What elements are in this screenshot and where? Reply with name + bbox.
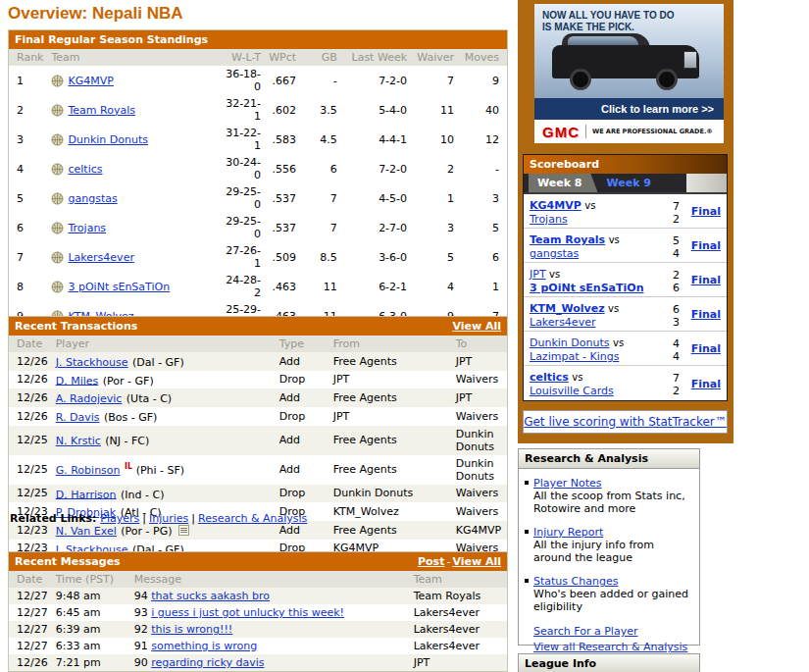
related-link-injuries[interactable]: Injuries xyxy=(149,512,188,525)
col-moves: Moves xyxy=(458,49,507,66)
matchup-score2: 6 xyxy=(666,282,680,294)
transaction-to[interactable]: Waivers xyxy=(456,373,499,386)
standings-row: 5 gangstas 29-25-0 .537 7 4-5-0 xyxy=(9,183,507,213)
team-link[interactable]: celtics xyxy=(68,163,102,176)
moves-cell: 12 xyxy=(458,125,507,154)
transaction-type: Drop xyxy=(276,407,329,426)
matchup-final-link[interactable]: Final xyxy=(691,274,721,286)
message-title-link[interactable]: i guess i just got unlucky this week! xyxy=(151,606,344,619)
stattracker-link[interactable]: Get live scoring with StatTracker™ xyxy=(524,415,727,429)
matchup-team1-link[interactable]: celtics xyxy=(530,371,569,384)
view-all-research-link[interactable]: View all Research & Analysis xyxy=(533,641,687,653)
team-link[interactable]: Lakers4ever xyxy=(68,251,133,264)
wpct-cell: .509 xyxy=(265,242,300,272)
gb-cell: 7 xyxy=(300,183,341,213)
col-type: Type xyxy=(276,336,329,352)
player-link[interactable]: A. Radojevic xyxy=(56,392,123,405)
transaction-from[interactable]: Free Agents xyxy=(333,391,397,404)
tab-week-8[interactable]: Week 8 xyxy=(529,174,597,192)
transaction-from[interactable]: Free Agents xyxy=(333,434,397,446)
transaction-to[interactable]: Dunkin Donuts xyxy=(456,457,494,483)
player-link[interactable]: R. Davis xyxy=(56,411,100,424)
transaction-to[interactable]: Waivers xyxy=(456,410,499,423)
player-link[interactable]: N. Krstic xyxy=(56,435,101,447)
ad-headline: NOW ALL YOU HAVE TO DO IS MAKE THE PICK. xyxy=(542,10,674,33)
player-link[interactable]: G. Robinson xyxy=(56,464,121,477)
team-link[interactable]: Dunkin Donuts xyxy=(68,133,148,146)
matchup-team2-link[interactable]: Louisville Cards xyxy=(530,385,614,397)
ad-cta-button[interactable]: Click to learn more >> xyxy=(534,98,724,120)
last-week-cell: 6-2-1 xyxy=(341,272,411,301)
matchup-team1-link[interactable]: Team Royals xyxy=(530,233,605,246)
player-link[interactable]: N. Van Exel xyxy=(56,525,117,538)
bullet-icon xyxy=(525,481,529,485)
team-link[interactable]: gangstas xyxy=(68,192,117,205)
search-for-player-link[interactable]: Search For a Player xyxy=(533,625,637,638)
transaction-from[interactable]: Free Agents xyxy=(333,355,397,368)
transaction-to[interactable]: Waivers xyxy=(456,487,499,499)
player-note-icon[interactable] xyxy=(178,525,189,536)
matchup-team2-link[interactable]: 3 pOiNt sEnSaTiOn xyxy=(530,282,643,294)
matchup-team2-link[interactable]: Lazimpat - Kings xyxy=(530,350,619,363)
player-detail: (Ind - C) xyxy=(121,488,164,500)
matchup-final-link[interactable]: Final xyxy=(691,308,721,321)
rank-cell: 6 xyxy=(9,213,47,242)
matchup-team1-link[interactable]: KTM_Wolvez xyxy=(530,302,605,315)
player-link[interactable]: J. Stackhouse xyxy=(56,356,128,369)
matchup-final-link[interactable]: Final xyxy=(691,205,721,218)
matchup-team2-link[interactable]: Trojans xyxy=(530,213,568,226)
col-to: To xyxy=(452,336,507,352)
player-detail: (Phi - SF) xyxy=(136,464,185,477)
matchup-final-link[interactable]: Final xyxy=(691,342,721,355)
research-item-link[interactable]: Status Changes xyxy=(533,575,618,588)
transaction-from[interactable]: Dunkin Donuts xyxy=(333,487,414,499)
col-team: Team xyxy=(47,49,219,66)
matchup-team2-link[interactable]: gangstas xyxy=(530,247,579,260)
tab-week-9[interactable]: Week 9 xyxy=(597,174,662,192)
transactions-column-header-row: Date Player Type From To xyxy=(9,336,507,352)
matchup-score2: 2 xyxy=(666,213,680,226)
research-item: Status Changes Who's been added or gaine… xyxy=(525,575,693,613)
gmc-ad-banner[interactable]: NOW ALL YOU HAVE TO DO IS MAKE THE PICK.… xyxy=(534,4,724,143)
research-item-link[interactable]: Player Notes xyxy=(533,477,602,490)
related-link-research[interactable]: Research & Analysis xyxy=(198,512,307,525)
wlt-cell: 32-21-1 xyxy=(220,95,266,125)
matchup-team1-link[interactable]: JPT xyxy=(530,268,546,281)
message-date: 12/27 xyxy=(9,588,52,604)
transaction-from[interactable]: JPT xyxy=(333,410,350,423)
transaction-from[interactable]: Free Agents xyxy=(333,524,397,537)
team-link[interactable]: Team Royals xyxy=(68,104,135,117)
messages-view-all-link[interactable]: View All xyxy=(452,555,501,568)
player-link[interactable]: D. Miles xyxy=(56,374,99,387)
transaction-to[interactable]: JPT xyxy=(456,391,473,404)
message-title-link[interactable]: that sucks aakash bro xyxy=(151,590,270,602)
standings-row: 3 Dunkin Donuts 31-22-1 .583 4.5 4 xyxy=(9,125,507,154)
post-message-link[interactable]: Post xyxy=(418,555,444,568)
message-title-link[interactable]: regarding ricky davis xyxy=(151,656,264,669)
message-title-link[interactable]: something is wrong xyxy=(151,640,257,652)
last-week-cell: 5-4-0 xyxy=(341,95,411,125)
transaction-from[interactable]: JPT xyxy=(333,373,350,386)
related-link-players[interactable]: Players xyxy=(100,512,139,525)
research-item-link[interactable]: Injury Report xyxy=(533,526,603,539)
team-link[interactable]: 3 pOiNt sEnSaTiOn xyxy=(68,281,170,293)
transaction-to[interactable]: Dunkin Donuts xyxy=(456,428,494,453)
message-title-link[interactable]: this is wrong!!! xyxy=(151,623,232,636)
team-link[interactable]: Trojans xyxy=(68,222,106,234)
matchup-team2-link[interactable]: Lakers4ever xyxy=(530,316,595,329)
stattracker-bar: Get live scoring with StatTracker™ xyxy=(523,410,728,434)
player-link[interactable]: D. Harrison xyxy=(56,488,117,500)
transaction-date: 12/26 xyxy=(9,407,52,426)
matchup-team1-link[interactable]: Dunkin Donuts xyxy=(530,336,610,349)
matchup-final-link[interactable]: Final xyxy=(691,378,721,390)
transaction-from[interactable]: Free Agents xyxy=(333,463,397,476)
waiver-cell: 4 xyxy=(411,272,458,301)
transaction-to[interactable]: JPT xyxy=(456,355,473,368)
team-link[interactable]: KG4MVP xyxy=(68,75,113,87)
transaction-type: Add xyxy=(276,455,329,485)
transaction-to[interactable]: KG4MVP xyxy=(456,524,501,537)
matchup-team1-link[interactable]: KG4MVP xyxy=(530,199,581,212)
col-msg-date: Date xyxy=(9,571,52,588)
matchup-final-link[interactable]: Final xyxy=(691,239,721,252)
transactions-view-all-link[interactable]: View All xyxy=(452,320,501,333)
